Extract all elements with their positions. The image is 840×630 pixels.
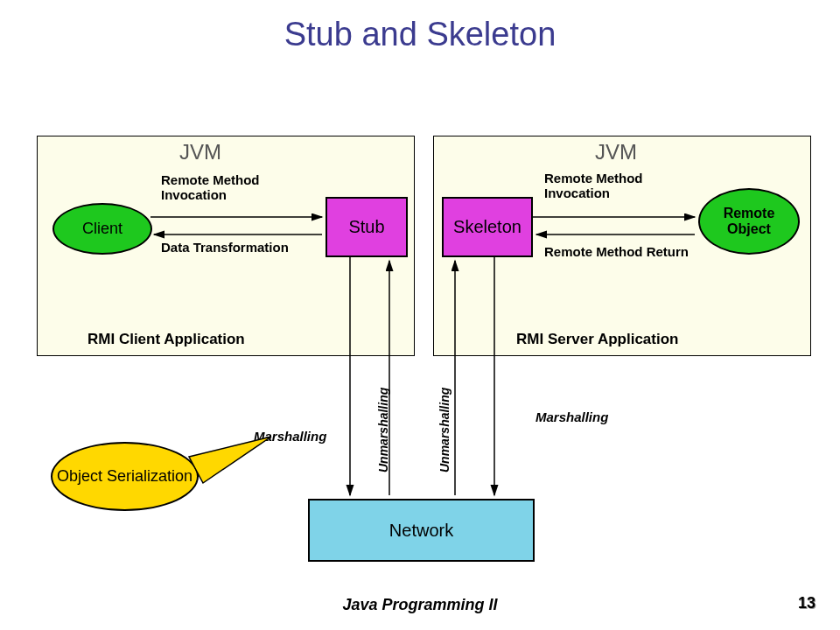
client-label: Client [82, 220, 122, 238]
stub-box: Stub [326, 197, 408, 257]
object-serialization-callout: Object Serialization [51, 442, 199, 511]
rmi-client-app: RMI Client Application [88, 331, 245, 348]
data-transformation-left: Data Transformation [161, 241, 310, 256]
marshalling-left: Marshalling [254, 429, 326, 444]
remote-object-ellipse: Remote Object [698, 188, 800, 255]
marshalling-right: Marshalling [536, 410, 608, 424]
stub-label: Stub [348, 217, 384, 237]
jvm-label-right: JVM [595, 140, 637, 164]
slide-title: Stub and Skeleton [0, 16, 840, 53]
skeleton-label: Skeleton [453, 217, 522, 237]
rmi-invocation-left: Remote Method Invocation [161, 173, 310, 202]
unmarshalling-left: Unmarshalling [376, 388, 390, 472]
rmi-invocation-right: Remote Method Invocation [544, 172, 693, 200]
page-number: 13 [798, 594, 816, 612]
rmi-server-app: RMI Server Application [516, 331, 678, 348]
client-ellipse: Client [52, 203, 152, 255]
network-box: Network [308, 499, 535, 562]
network-label: Network [389, 521, 453, 541]
footer-text: Java Programming II [0, 596, 840, 614]
remote-object-label: Remote Object [700, 206, 798, 236]
unmarshalling-right: Unmarshalling [438, 388, 452, 472]
jvm-label-left: JVM [179, 140, 221, 164]
rmi-return-right: Remote Method Return [544, 245, 693, 260]
skeleton-box: Skeleton [442, 197, 533, 257]
object-serialization-label: Object Serialization [57, 467, 192, 486]
